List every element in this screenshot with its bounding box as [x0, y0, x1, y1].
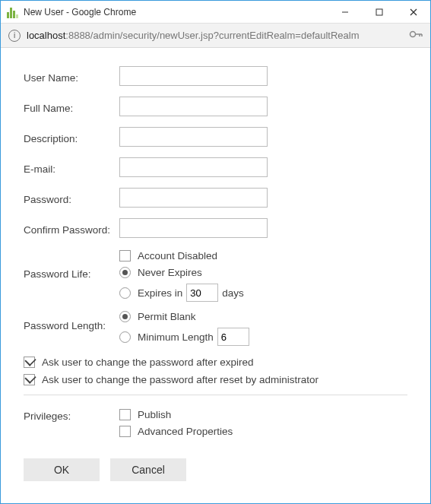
- username-input[interactable]: [119, 66, 268, 86]
- advanced-props-checkbox[interactable]: [119, 426, 131, 437]
- ask-after-expired-label: Ask user to change the password after ex…: [42, 357, 253, 368]
- never-expires-radio[interactable]: [119, 267, 131, 278]
- window-controls: [328, 1, 430, 23]
- cancel-button[interactable]: Cancel: [110, 458, 186, 481]
- advanced-props-label: Advanced Properties: [138, 426, 233, 437]
- publish-label: Publish: [138, 409, 171, 420]
- description-input[interactable]: [119, 127, 268, 147]
- address-bar[interactable]: i localhost:8888/admin/security/newUser.…: [1, 24, 430, 48]
- min-length-radio[interactable]: [119, 331, 131, 343]
- label-password-life: Password Life:: [24, 249, 119, 280]
- svg-point-4: [410, 32, 416, 37]
- key-icon[interactable]: [409, 30, 423, 41]
- divider: [24, 395, 407, 395]
- url-text: localhost:8888/admin/security/newUser.js…: [27, 30, 403, 41]
- url-host: localhost: [27, 30, 65, 41]
- label-password-length: Password Length:: [24, 309, 119, 331]
- account-disabled-checkbox[interactable]: [119, 250, 131, 262]
- min-length-label: Minimum Length: [138, 331, 214, 343]
- ask-after-expired-checkbox[interactable]: [24, 357, 35, 368]
- url-path: :8888/admin/security/newUser.jsp?current…: [65, 30, 359, 41]
- expires-in-radio[interactable]: [119, 287, 131, 299]
- maximize-button[interactable]: [362, 1, 396, 23]
- never-expires-label: Never Expires: [138, 267, 202, 278]
- fullname-input[interactable]: [119, 97, 268, 116]
- label-email: E-mail:: [24, 160, 119, 175]
- label-description: Description:: [24, 130, 119, 144]
- ok-button[interactable]: OK: [24, 458, 100, 481]
- label-confirm-password: Confirm Password:: [24, 221, 119, 236]
- ask-after-reset-label: Ask user to change the password after re…: [42, 374, 318, 385]
- expires-days-input[interactable]: [186, 284, 218, 302]
- button-row: OK Cancel: [24, 458, 407, 481]
- expires-in-prefix: Expires in: [138, 287, 182, 299]
- label-password: Password:: [24, 191, 119, 205]
- close-button[interactable]: [396, 1, 430, 23]
- label-username: User Name:: [24, 69, 119, 84]
- permit-blank-radio[interactable]: [119, 311, 131, 322]
- svg-rect-1: [376, 9, 382, 15]
- window-titlebar: New User - Google Chrome: [1, 1, 430, 24]
- publish-checkbox[interactable]: [119, 409, 131, 420]
- info-icon[interactable]: i: [8, 30, 21, 42]
- form-area: User Name: Full Name: Description: E-mai…: [1, 48, 430, 489]
- label-fullname: Full Name:: [24, 100, 119, 114]
- window-title: New User - Google Chrome: [24, 7, 328, 17]
- app-icon: [7, 6, 19, 18]
- expires-in-suffix: days: [222, 287, 244, 299]
- label-privileges: Privileges:: [24, 407, 119, 422]
- email-input[interactable]: [119, 157, 268, 177]
- permit-blank-label: Permit Blank: [138, 311, 196, 322]
- minimize-button[interactable]: [328, 1, 362, 23]
- password-input[interactable]: [119, 188, 268, 208]
- confirm-password-input[interactable]: [119, 218, 268, 238]
- account-disabled-label: Account Disabled: [138, 250, 217, 262]
- ask-after-reset-checkbox[interactable]: [24, 374, 35, 385]
- min-length-input[interactable]: [217, 328, 249, 346]
